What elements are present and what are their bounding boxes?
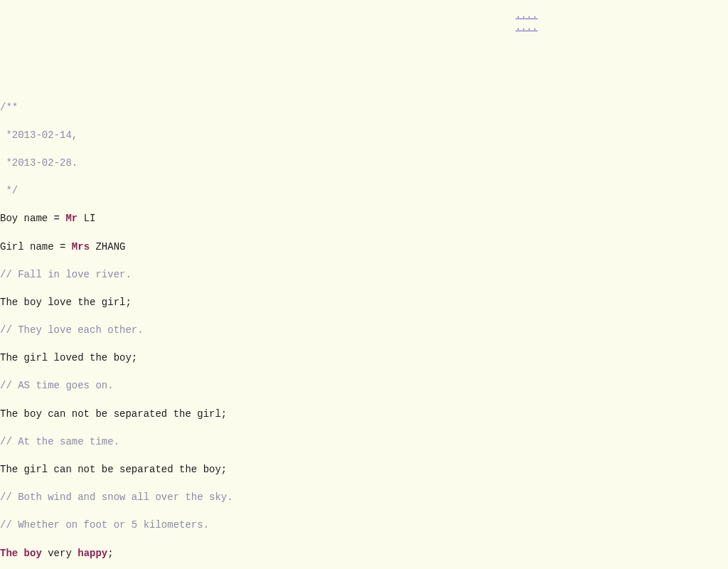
line-boy-happy: The boy very happy; — [0, 547, 316, 561]
happy1-b: very — [42, 548, 77, 559]
comment-foot-5km: // Whether on foot or 5 kilometers. — [0, 519, 316, 533]
boy-title: Mr — [65, 213, 77, 224]
comment-fall-in-love: // Fall in love river. — [0, 268, 316, 282]
comment-time-goes-on: // AS time goes on. — [0, 379, 316, 393]
happy1-d: ; — [107, 548, 113, 559]
comment-wind-snow: // Both wind and snow all over the sky. — [0, 491, 316, 505]
doc-comment-open: /** — [0, 101, 316, 115]
line-boy-love: The boy love the girl; — [0, 296, 316, 310]
doc-comment-l2: *2013-02-28. — [0, 156, 316, 171]
girl-name-line: Girl name = Mrs ZHANG — [0, 240, 316, 255]
line-boy-separated: The boy can not be separated the girl; — [0, 408, 316, 422]
doc-comment-close: */ — [0, 184, 316, 198]
line-girl-loved: The girl loved the boy; — [0, 351, 316, 366]
dots-link-1[interactable]: .... — [515, 10, 537, 22]
dots-links: .... .... — [515, 10, 537, 34]
comment-love-each-other: // They love each other. — [0, 324, 316, 338]
dots-link-2[interactable]: .... — [515, 22, 537, 34]
boy-name-line: Boy name = Mr LI — [0, 212, 316, 226]
happy1-a: The boy — [0, 548, 42, 559]
comment-same-time: // At the same time. — [0, 435, 316, 450]
code-block: /** *2013-02-14, *2013-02-28. */ Boy nam… — [0, 87, 316, 569]
boy-name-pre: Boy name = — [0, 213, 65, 224]
boy-rest: LI — [77, 213, 95, 224]
happy1-c: happy — [77, 548, 107, 559]
doc-comment-l1: *2013-02-14, — [0, 129, 316, 143]
girl-name-pre: Girl name = — [0, 241, 72, 252]
girl-title: Mrs — [72, 241, 90, 252]
line-girl-separated: The girl can not be separated the boy; — [0, 463, 316, 477]
girl-rest: ZHANG — [90, 241, 125, 252]
